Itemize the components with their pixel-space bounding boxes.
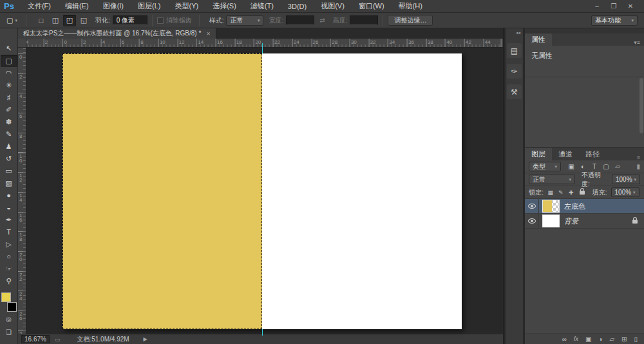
- panel-menu-icon[interactable]: ≡: [637, 154, 640, 160]
- shape-tool[interactable]: ○: [1, 251, 17, 263]
- lock-transparent-pixels-icon[interactable]: ▦: [546, 189, 555, 196]
- tab-路径[interactable]: 路径: [579, 148, 606, 160]
- brush-tool[interactable]: ✎: [1, 128, 17, 140]
- blur-tool[interactable]: ●: [1, 189, 17, 202]
- filter-shape-layers-icon[interactable]: ▢: [601, 163, 611, 170]
- layer-thumbnail[interactable]: [542, 215, 560, 227]
- filter-toggle-icon[interactable]: ▮: [636, 163, 640, 170]
- adjustment-layer-icon[interactable]: ◑: [598, 336, 602, 343]
- swap-dimensions-icon[interactable]: ⇄: [319, 17, 325, 24]
- menu-item-2[interactable]: 图像(I): [96, 1, 131, 11]
- blend-mode-select[interactable]: 正常 ▾: [529, 175, 575, 184]
- zoom-level-field[interactable]: 16.67%: [21, 335, 50, 343]
- height-input[interactable]: [350, 15, 378, 25]
- opacity-select[interactable]: 100% ▾: [612, 175, 640, 184]
- vertical-guide[interactable]: [262, 43, 263, 53]
- refine-edge-button[interactable]: 调整边缘…: [388, 15, 433, 26]
- foreground-color-swatch[interactable]: [1, 292, 11, 302]
- new-selection-button[interactable]: □: [35, 15, 48, 26]
- tab-图层[interactable]: 图层: [525, 148, 552, 160]
- pasteboard[interactable]: [26, 48, 503, 334]
- filter-smart-objects-icon[interactable]: ▱: [612, 163, 623, 170]
- layer-thumbnail[interactable]: [542, 200, 560, 213]
- background-color-swatch[interactable]: [7, 302, 17, 312]
- antialias-checkbox[interactable]: [157, 17, 164, 24]
- quick-selection-tool[interactable]: ✳: [1, 79, 17, 91]
- history-panel-icon[interactable]: ▤: [507, 43, 522, 58]
- ruler-corner[interactable]: [18, 39, 26, 48]
- healing-brush-tool[interactable]: ✽: [1, 116, 17, 128]
- menu-item-10[interactable]: 帮助(H): [392, 1, 430, 11]
- rectangular-marquee-tool[interactable]: ▢: [1, 55, 17, 67]
- path-selection-tool[interactable]: ▷: [1, 238, 17, 251]
- minimize-button[interactable]: –: [589, 3, 605, 10]
- restore-button[interactable]: ❐: [605, 3, 622, 10]
- lock-position-icon[interactable]: ✚: [567, 189, 576, 196]
- crop-tool[interactable]: ♯: [1, 91, 17, 104]
- move-tool[interactable]: ↖: [1, 43, 17, 55]
- visibility-toggle[interactable]: [525, 214, 539, 228]
- eraser-tool[interactable]: ▭: [1, 165, 17, 177]
- type-tool[interactable]: T: [1, 226, 17, 238]
- menu-item-8[interactable]: 视图(V): [314, 1, 352, 11]
- dodge-tool[interactable]: ◒: [1, 202, 17, 214]
- add-selection-button[interactable]: ◫: [49, 15, 62, 26]
- intersect-selection-button[interactable]: ◱: [77, 15, 90, 26]
- menu-item-6[interactable]: 滤镜(T): [243, 1, 281, 11]
- vertical-ruler[interactable]: 0246810121416182022242628: [18, 48, 26, 334]
- filter-type-layers-icon[interactable]: T: [589, 163, 600, 170]
- link-layers-icon[interactable]: ∞: [562, 336, 567, 343]
- status-options-arrow-icon[interactable]: ▶: [144, 336, 147, 342]
- filter-adjustment-layers-icon[interactable]: ◐: [578, 163, 588, 170]
- visibility-toggle[interactable]: [525, 199, 539, 213]
- lasso-tool[interactable]: ◠: [1, 67, 17, 79]
- menu-item-9[interactable]: 窗口(W): [352, 1, 392, 11]
- add-layer-mask-icon[interactable]: ▣: [585, 336, 591, 343]
- style-select[interactable]: 正常 ▾: [226, 15, 263, 26]
- subtract-selection-button[interactable]: ◰: [63, 15, 76, 26]
- document-tab[interactable]: 程太太学PS之——制作水墨款封面 @ 16.7%(左底色, RGB/8) * ✕: [18, 28, 216, 39]
- filter-pixel-layers-icon[interactable]: ▣: [566, 163, 576, 170]
- eyedropper-tool[interactable]: ✐: [1, 104, 17, 116]
- quick-mask-button[interactable]: ◎: [2, 315, 16, 325]
- new-group-icon[interactable]: ▱: [609, 336, 614, 343]
- tab-通道[interactable]: 通道: [552, 148, 579, 160]
- lock-all-icon[interactable]: [580, 191, 585, 195]
- fill-select[interactable]: 100% ▾: [611, 187, 639, 197]
- lock-paint-icon[interactable]: ✎: [556, 189, 565, 196]
- scrollbar-thumb[interactable]: [639, 78, 643, 133]
- panel-menu-icon[interactable]: ▾≡: [634, 39, 640, 46]
- workspace-select[interactable]: 基本功能 ▾: [591, 15, 638, 26]
- hand-tool[interactable]: ☞: [1, 263, 17, 275]
- menu-item-0[interactable]: 文件(F): [21, 1, 58, 11]
- tool-preset-dropdown[interactable]: ▢ ▾: [0, 16, 21, 24]
- layer-row[interactable]: 左底色: [525, 199, 644, 214]
- history-brush-tool[interactable]: ↺: [1, 153, 17, 165]
- tab-properties[interactable]: 属性: [525, 33, 552, 46]
- clone-source-panel-icon[interactable]: ⚒: [507, 84, 522, 99]
- menu-item-7[interactable]: 3D(D): [281, 3, 314, 10]
- gradient-tool[interactable]: ▧: [1, 177, 17, 189]
- brush-presets-panel-icon[interactable]: ✑: [507, 64, 522, 79]
- clone-stamp-tool[interactable]: ♟: [1, 140, 17, 153]
- menu-item-3[interactable]: 图层(L): [131, 1, 167, 11]
- menu-item-1[interactable]: 编辑(E): [58, 1, 96, 11]
- filter-kind-select[interactable]: 类型 ▾: [529, 162, 561, 171]
- menu-item-5[interactable]: 选择(S): [205, 1, 243, 11]
- close-icon[interactable]: ✕: [206, 31, 211, 37]
- delete-layer-icon[interactable]: ▯: [634, 336, 638, 343]
- horizontal-ruler[interactable]: 4202468101214161820222426283032343638404…: [26, 39, 503, 48]
- vertical-guide[interactable]: [262, 329, 263, 336]
- close-button[interactable]: ✕: [622, 3, 639, 10]
- zoom-tool[interactable]: ⚲: [1, 275, 17, 287]
- feather-input[interactable]: 0 像素: [113, 15, 147, 25]
- pen-tool[interactable]: ✒: [1, 214, 17, 226]
- canvas[interactable]: [62, 53, 462, 329]
- screen-mode-button[interactable]: ❏: [2, 328, 16, 338]
- collapse-dock-icon[interactable]: ◂◂: [506, 28, 523, 37]
- layer-row[interactable]: 背景: [525, 214, 644, 229]
- new-layer-icon[interactable]: ⊞: [621, 336, 627, 343]
- width-input[interactable]: [286, 15, 314, 25]
- layer-style-icon[interactable]: fx: [574, 336, 578, 342]
- menu-item-4[interactable]: 类型(Y): [167, 1, 205, 11]
